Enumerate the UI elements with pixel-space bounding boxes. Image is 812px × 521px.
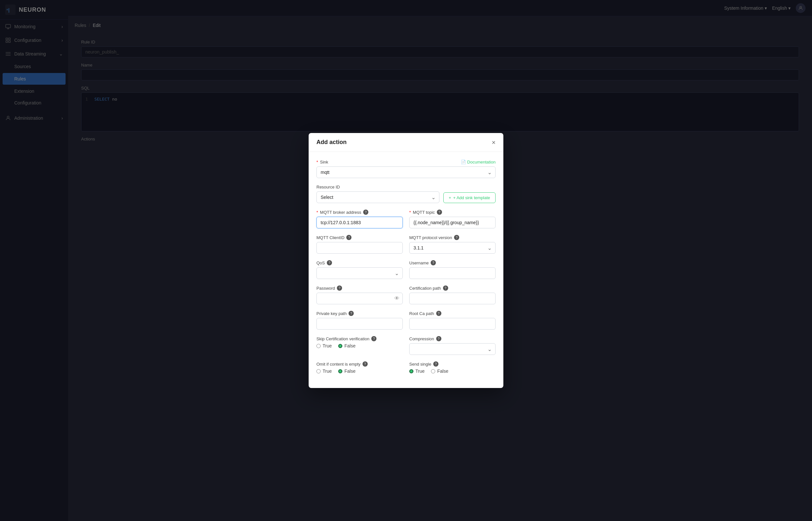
- send-single-false-radio[interactable]: [431, 369, 435, 373]
- mqtt-protocol-info-icon[interactable]: ?: [454, 235, 459, 240]
- sink-select-wrap: mqtt http influxdb kafka ⌄: [316, 166, 496, 178]
- password-cert-row: Password ? 👁 Certification path ?: [316, 286, 496, 311]
- mqtt-topic-label: MQTT topic: [413, 210, 435, 215]
- skip-cert-radio-group: True False: [316, 343, 403, 348]
- qos-group: QoS ? 0 1 2 ⌄: [316, 260, 403, 279]
- eye-icon[interactable]: 👁: [394, 296, 399, 301]
- private-key-group: Private key path ?: [316, 311, 403, 330]
- resource-id-controls: Select ⌄ + + Add sink template: [316, 191, 496, 203]
- private-key-input[interactable]: [316, 318, 403, 330]
- mqtt-topic-group: * MQTT topic ?: [409, 209, 496, 228]
- mqtt-broker-group: * MQTT broker address ?: [316, 209, 403, 228]
- send-single-radio-group: True False: [409, 368, 496, 374]
- omit-empty-radio-group: True False: [316, 368, 403, 374]
- omit-empty-false-radio[interactable]: [338, 369, 343, 373]
- mqtt-topic-info-icon[interactable]: ?: [437, 209, 442, 215]
- compression-label: Compression: [409, 336, 434, 341]
- mqtt-clientid-label: MQTT ClientID: [316, 235, 344, 240]
- mqtt-protocol-group: MQTT protocol version ? 3.1.1 5.0 ⌄: [409, 235, 496, 254]
- add-action-modal: Add action × * Sink 📄 Documentation mqtt: [309, 133, 503, 388]
- username-label: Username: [409, 260, 429, 265]
- skipcert-compression-row: Skip Certification verification ? True F…: [316, 336, 496, 361]
- skip-cert-true-label[interactable]: True: [316, 343, 332, 348]
- skip-cert-group: Skip Certification verification ? True F…: [316, 336, 403, 355]
- qos-select[interactable]: 0 1 2: [316, 267, 403, 279]
- modal-header: Add action ×: [309, 133, 503, 152]
- resource-id-label: Resource ID: [316, 185, 496, 189]
- sink-select[interactable]: mqtt http influxdb kafka: [316, 166, 496, 178]
- resource-select-wrap: Select ⌄: [316, 191, 439, 203]
- mqtt-broker-label: MQTT broker address: [320, 210, 361, 215]
- cert-path-info-icon[interactable]: ?: [443, 286, 448, 291]
- compression-select[interactable]: none gzip zlib: [409, 343, 496, 355]
- protocol-select-wrap: 3.1.1 5.0 ⌄: [409, 242, 496, 254]
- password-info-icon[interactable]: ?: [337, 286, 342, 291]
- private-key-label: Private key path: [316, 311, 347, 316]
- skip-cert-false-radio[interactable]: [338, 344, 343, 348]
- modal-body: * Sink 📄 Documentation mqtt http influxd…: [309, 152, 503, 388]
- omit-empty-true-radio[interactable]: [316, 369, 321, 373]
- root-ca-group: Root Ca path ?: [409, 311, 496, 330]
- clientid-protocol-row: MQTT ClientID ? MQTT protocol version ? …: [316, 235, 496, 260]
- skip-cert-info-icon[interactable]: ?: [371, 336, 376, 341]
- omit-empty-info-icon[interactable]: ?: [363, 361, 368, 367]
- password-wrap: 👁: [316, 293, 403, 304]
- omit-empty-false-label[interactable]: False: [338, 368, 355, 374]
- plus-icon: +: [449, 195, 452, 200]
- resource-select[interactable]: Select: [316, 191, 439, 203]
- doc-icon: 📄: [461, 160, 466, 164]
- skip-cert-false-label[interactable]: False: [338, 343, 355, 348]
- root-ca-input[interactable]: [409, 318, 496, 330]
- mqtt-protocol-label: MQTT protocol version: [409, 235, 452, 240]
- cert-path-label: Certification path: [409, 286, 441, 291]
- sink-row: * Sink 📄 Documentation mqtt http influxd…: [316, 160, 496, 178]
- sink-label: Sink: [320, 160, 328, 164]
- modal-title: Add action: [316, 139, 347, 146]
- mqtt-clientid-group: MQTT ClientID ?: [316, 235, 403, 254]
- mqtt-broker-input[interactable]: [316, 217, 403, 228]
- sink-label-row: * Sink 📄 Documentation: [316, 160, 496, 164]
- password-group: Password ? 👁: [316, 286, 403, 304]
- mqtt-topic-input[interactable]: [409, 217, 496, 228]
- send-single-group: Send single ? True False: [409, 361, 496, 374]
- password-input[interactable]: [316, 293, 403, 304]
- skip-cert-true-radio[interactable]: [316, 344, 321, 348]
- skip-cert-label: Skip Certification verification: [316, 336, 369, 341]
- root-ca-info-icon[interactable]: ?: [436, 311, 441, 316]
- root-ca-label: Root Ca path: [409, 311, 434, 316]
- broker-topic-row: * MQTT broker address ? * MQTT topic ?: [316, 209, 496, 235]
- omit-empty-label: Omit if content is empty: [316, 362, 360, 367]
- modal-overlay[interactable]: Add action × * Sink 📄 Documentation mqtt: [0, 0, 812, 521]
- cert-path-input[interactable]: [409, 293, 496, 304]
- compression-group: Compression ? none gzip zlib ⌄: [409, 336, 496, 355]
- modal-close-button[interactable]: ×: [492, 139, 496, 146]
- add-sink-template-button[interactable]: + + Add sink template: [443, 192, 496, 203]
- send-single-true-radio[interactable]: [409, 369, 414, 373]
- send-single-true-label[interactable]: True: [409, 368, 424, 374]
- send-single-false-label[interactable]: False: [431, 368, 448, 374]
- compression-info-icon[interactable]: ?: [436, 336, 441, 341]
- privatekey-rootca-row: Private key path ? Root Ca path ?: [316, 311, 496, 336]
- mqtt-broker-info-icon[interactable]: ?: [363, 209, 368, 215]
- send-single-info-icon[interactable]: ?: [433, 361, 438, 367]
- qos-select-wrap: 0 1 2 ⌄: [316, 267, 403, 279]
- qos-info-icon[interactable]: ?: [327, 260, 332, 265]
- protocol-select[interactable]: 3.1.1 5.0: [409, 242, 496, 254]
- mqtt-clientid-info-icon[interactable]: ?: [346, 235, 351, 240]
- omit-empty-true-label[interactable]: True: [316, 368, 332, 374]
- username-input[interactable]: [409, 267, 496, 279]
- mqtt-clientid-input[interactable]: [316, 242, 403, 254]
- qos-label: QoS: [316, 260, 325, 265]
- documentation-link[interactable]: 📄 Documentation: [461, 160, 496, 164]
- private-key-info-icon[interactable]: ?: [349, 311, 354, 316]
- username-info-icon[interactable]: ?: [431, 260, 436, 265]
- cert-path-group: Certification path ?: [409, 286, 496, 304]
- compression-select-wrap: none gzip zlib ⌄: [409, 343, 496, 355]
- send-single-label: Send single: [409, 362, 431, 367]
- omit-sendsingle-row: Omit if content is empty ? True False: [316, 361, 496, 380]
- omit-empty-group: Omit if content is empty ? True False: [316, 361, 403, 374]
- qos-username-row: QoS ? 0 1 2 ⌄ Usern: [316, 260, 496, 286]
- password-label: Password: [316, 286, 335, 291]
- resource-id-row: Resource ID Select ⌄ + + Add sink templa…: [316, 185, 496, 203]
- username-group: Username ?: [409, 260, 496, 279]
